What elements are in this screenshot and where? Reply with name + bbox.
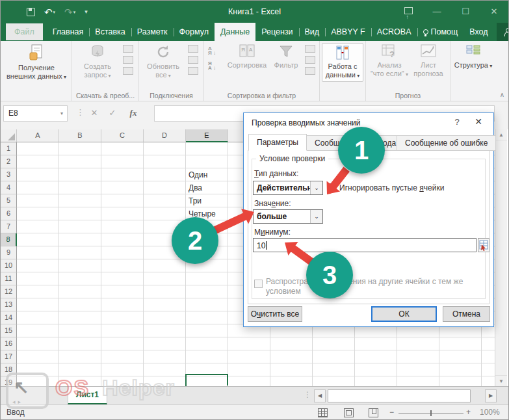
clear-filter-icon[interactable]: [305, 45, 315, 53]
tab-help[interactable]: Помощ: [417, 23, 464, 41]
row-header-7[interactable]: 7: [1, 220, 17, 233]
col-header-D[interactable]: D: [144, 129, 186, 142]
dialog-help-icon[interactable]: ?: [452, 117, 462, 127]
row-header-11[interactable]: 11: [1, 272, 17, 285]
sheet-tab-list1[interactable]: Лист1: [68, 387, 107, 404]
sign-in-button[interactable]: Вход: [463, 23, 493, 41]
filter-button[interactable]: Фильтр: [272, 44, 300, 70]
tab-insert[interactable]: Вставка: [89, 23, 131, 41]
cell-E5[interactable]: Три: [189, 196, 241, 205]
row-header-2[interactable]: 2: [1, 155, 17, 168]
row-header-13[interactable]: 13: [1, 298, 17, 311]
collapse-ribbon-icon[interactable]: ∧: [500, 91, 504, 98]
name-box-caret-icon[interactable]: ▾: [60, 106, 63, 121]
dialog-close-icon[interactable]: ✕: [473, 116, 484, 127]
close-icon[interactable]: ✕: [480, 1, 508, 23]
cancel-entry-icon[interactable]: ✕: [86, 105, 102, 122]
tab-abbyy[interactable]: ABBYY F: [325, 23, 371, 41]
row-header-5[interactable]: 5: [1, 194, 17, 207]
page-break-icon[interactable]: [369, 408, 378, 417]
recent-sources-icon[interactable]: [123, 67, 133, 75]
cell-E6[interactable]: Четыре: [189, 209, 241, 218]
data-type-dropdown[interactable]: Действительное ⌄: [253, 181, 323, 195]
ok-button[interactable]: ОК: [371, 306, 437, 322]
row-header-19[interactable]: 19: [1, 376, 17, 386]
row-header-15[interactable]: 15: [1, 324, 17, 337]
dialog-tab-settings[interactable]: Параметры: [248, 134, 307, 151]
row-header-3[interactable]: 3: [1, 168, 17, 181]
page-layout-icon[interactable]: [344, 408, 354, 417]
row-header-12[interactable]: 12: [1, 285, 17, 298]
ignore-blank-checkbox[interactable]: ✓: [327, 183, 335, 192]
cell-E4[interactable]: Два: [189, 183, 241, 192]
share-button[interactable]: Общий доступ: [497, 23, 509, 41]
row-header-17[interactable]: 17: [1, 350, 17, 363]
maximize-icon[interactable]: ☐: [451, 1, 480, 23]
minimize-icon[interactable]: —: [423, 1, 451, 23]
clear-all-button[interactable]: Очистить все: [248, 306, 302, 322]
insert-function-icon[interactable]: fx: [125, 105, 141, 122]
properties-icon[interactable]: [188, 45, 198, 53]
row-header-16[interactable]: 16: [1, 337, 17, 350]
active-cell-E8[interactable]: [185, 374, 228, 386]
formula-bar-grip[interactable]: ⋮: [76, 107, 85, 117]
minimum-input[interactable]: 10: [253, 238, 476, 252]
scrollbar-grip[interactable]: ⋮: [304, 390, 311, 399]
tab-acrobat[interactable]: ACROBA: [371, 23, 417, 41]
from-table-icon[interactable]: [123, 56, 133, 64]
col-header-B[interactable]: B: [59, 129, 101, 142]
show-queries-icon[interactable]: [123, 45, 133, 53]
range-picker-button[interactable]: [478, 238, 489, 252]
chevron-down-icon[interactable]: ⌄: [310, 210, 322, 223]
tab-data[interactable]: Данные: [215, 23, 255, 41]
tab-layout[interactable]: Разметк: [131, 23, 174, 41]
refresh-all-button[interactable]: Обновить все: [143, 44, 183, 80]
row-header-18[interactable]: 18: [1, 363, 17, 376]
apply-to-all-checkbox[interactable]: [254, 280, 263, 288]
confirm-entry-icon[interactable]: ✓: [105, 105, 120, 122]
tab-review[interactable]: Рецензи: [255, 23, 298, 41]
edit-links-icon[interactable]: [188, 56, 198, 64]
new-query-button[interactable]: Создать запрос: [77, 44, 118, 80]
hscroll-left-icon[interactable]: ◀: [314, 389, 326, 402]
dialog-tab-error-alert[interactable]: Сообщение об ошибке: [397, 135, 496, 151]
row-header-4[interactable]: 4: [1, 181, 17, 194]
zoom-slider-handle[interactable]: [430, 410, 432, 416]
chevron-down-icon[interactable]: ⌄: [310, 181, 322, 194]
scroll-down-icon[interactable]: ▼: [495, 375, 507, 386]
normal-view-icon[interactable]: [318, 408, 328, 417]
sort-button[interactable]: ЯА Сортировка: [224, 44, 270, 70]
reapply-icon[interactable]: [305, 56, 315, 64]
name-box[interactable]: E8▾: [3, 105, 68, 122]
hscroll-thumb[interactable]: [328, 389, 471, 402]
what-if-button[interactable]: ? Анализ "что если": [370, 44, 409, 79]
row-header-9[interactable]: 9: [1, 246, 17, 259]
condition-dropdown[interactable]: больше ⌄: [253, 209, 323, 224]
scroll-up-icon[interactable]: ▲: [495, 129, 507, 140]
tab-file[interactable]: Файл: [6, 23, 43, 40]
zoom-in-icon[interactable]: +: [466, 408, 471, 417]
ribbon-display-options-icon[interactable]: [394, 1, 423, 23]
col-header-A[interactable]: A: [17, 129, 59, 142]
advanced-filter-icon[interactable]: [305, 67, 315, 75]
col-header-E[interactable]: E: [186, 129, 228, 142]
outline-button[interactable]: Структура: [453, 44, 493, 70]
tab-formulas[interactable]: Формул: [174, 23, 215, 41]
tab-home[interactable]: Главная: [47, 23, 90, 41]
row-header-10[interactable]: 10: [1, 259, 17, 272]
dialog-tab-input-message[interactable]: Сообщение для ввода: [306, 135, 397, 151]
sort-az-icon[interactable]: АЯ ↓: [208, 46, 216, 55]
row-header-1[interactable]: 1: [1, 142, 17, 155]
hscroll-right-icon[interactable]: ▶: [485, 389, 497, 402]
zoom-percentage[interactable]: 100%: [480, 408, 500, 417]
col-header-C[interactable]: C: [101, 129, 144, 142]
tab-view[interactable]: Вид: [299, 23, 326, 41]
data-tools-button[interactable]: Работа с данными: [322, 43, 363, 82]
row-header-6[interactable]: 6: [1, 207, 17, 220]
row-header-14[interactable]: 14: [1, 311, 17, 324]
cancel-button[interactable]: Отмена: [443, 306, 490, 322]
cell-E3[interactable]: Один: [189, 170, 241, 179]
sort-za-icon[interactable]: ЯА ↓: [208, 61, 216, 70]
connections-icon[interactable]: [188, 67, 198, 75]
row-header-8[interactable]: 8: [1, 233, 17, 246]
